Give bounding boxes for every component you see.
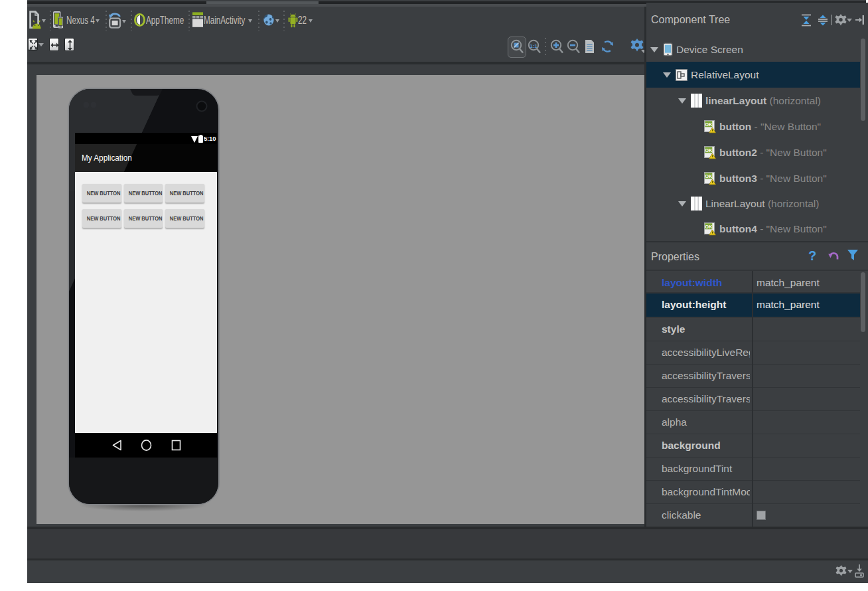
svg-text:1:1: 1:1 xyxy=(530,43,538,49)
svg-text:OK: OK xyxy=(705,121,713,127)
